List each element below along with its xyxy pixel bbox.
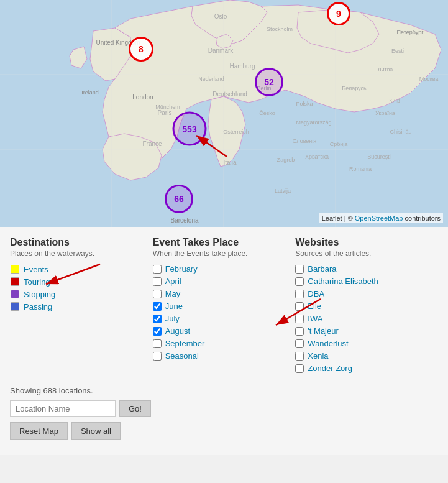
check-may[interactable]: May xyxy=(153,289,290,298)
check-august[interactable]: August xyxy=(153,326,290,336)
svg-text:Словенія: Словенія xyxy=(293,138,317,144)
cluster-marker-553[interactable]: 553 xyxy=(173,112,207,146)
label-june[interactable]: June xyxy=(165,301,183,311)
check-zonder-zorg[interactable]: Zonder Zorg xyxy=(295,364,432,373)
svg-text:Ireland: Ireland xyxy=(81,90,99,96)
reset-map-button[interactable]: Reset Map xyxy=(10,422,68,440)
svg-text:Italia: Italia xyxy=(223,159,237,166)
events-link[interactable]: Events xyxy=(24,265,48,274)
check-seasonal[interactable]: Seasonal xyxy=(153,351,290,361)
check-june[interactable]: June xyxy=(153,301,290,311)
check-catharina[interactable]: Catharina Elisabeth xyxy=(295,277,432,286)
checkbox-elle[interactable] xyxy=(295,302,304,311)
label-majeur[interactable]: 't Majeur xyxy=(308,326,338,336)
svg-text:Oslo: Oslo xyxy=(214,13,227,20)
label-seasonal[interactable]: Seasonal xyxy=(165,351,199,361)
location-name-input[interactable] xyxy=(10,400,116,417)
websites-column: Websites Sources of the articles. Barbar… xyxy=(295,237,438,376)
legend-item-passing[interactable]: Passing xyxy=(10,301,147,311)
check-july[interactable]: July xyxy=(153,314,290,323)
passing-link[interactable]: Passing xyxy=(24,302,52,311)
checkbox-catharina[interactable] xyxy=(295,277,304,286)
check-february[interactable]: February xyxy=(153,264,290,274)
svg-text:Danmark: Danmark xyxy=(208,47,234,54)
label-barbara[interactable]: Barbara xyxy=(308,264,336,274)
label-wanderlust[interactable]: Wanderlust xyxy=(308,339,348,348)
checkbox-june[interactable] xyxy=(153,302,162,311)
label-may[interactable]: May xyxy=(165,289,181,298)
check-september[interactable]: September xyxy=(153,339,290,348)
touring-link[interactable]: Touring xyxy=(24,277,50,287)
svg-text:Münchem: Münchem xyxy=(155,104,180,110)
checkbox-seasonal[interactable] xyxy=(153,352,162,361)
check-wanderlust[interactable]: Wanderlust xyxy=(295,339,432,348)
show-all-button[interactable]: Show all xyxy=(71,422,121,440)
svg-text:Magyarország: Magyarország xyxy=(296,119,331,126)
destinations-subtitle: Places on the waterways. xyxy=(10,249,147,258)
check-elle[interactable]: Elle xyxy=(295,301,432,311)
check-iwa[interactable]: IWA xyxy=(295,314,432,323)
label-xenia[interactable]: Xenia xyxy=(308,351,328,361)
label-september[interactable]: September xyxy=(165,339,205,348)
legend-item-touring[interactable]: Touring xyxy=(10,277,147,287)
checkbox-april[interactable] xyxy=(153,277,162,286)
svg-text:Polska: Polska xyxy=(296,101,313,107)
svg-text:Česko: Česko xyxy=(259,110,275,116)
check-xenia[interactable]: Xenia xyxy=(295,351,432,361)
cluster-marker-9[interactable]: 9 xyxy=(327,2,350,25)
label-catharina[interactable]: Catharina Elisabeth xyxy=(308,277,378,286)
svg-text:Latvija: Latvija xyxy=(275,188,291,194)
svg-text:Zagreb: Zagreb xyxy=(277,157,295,163)
cluster-marker-66[interactable]: 66 xyxy=(165,185,193,213)
checkbox-august[interactable] xyxy=(153,327,162,336)
passing-color-icon xyxy=(10,301,20,311)
checkbox-majeur[interactable] xyxy=(295,327,304,336)
bottom-panel: Destinations Places on the waterways. Ev… xyxy=(0,227,448,455)
cluster-marker-8[interactable]: 8 xyxy=(129,37,153,62)
stopping-link[interactable]: Stopping xyxy=(24,290,55,299)
event-takes-place-title: Event Takes Place xyxy=(153,237,290,248)
checkbox-july[interactable] xyxy=(153,315,162,323)
label-february[interactable]: February xyxy=(165,264,198,274)
cluster-marker-52[interactable]: 52 xyxy=(255,68,283,96)
svg-text:Литва: Литва xyxy=(378,67,393,73)
label-april[interactable]: April xyxy=(165,277,181,286)
checkbox-xenia[interactable] xyxy=(295,352,304,361)
svg-text:Stockholm: Stockholm xyxy=(267,26,293,32)
showing-locations-text: Showing 688 locations. xyxy=(10,386,438,395)
check-dba[interactable]: DBA xyxy=(295,289,432,298)
check-majeur[interactable]: 't Majeur xyxy=(295,326,432,336)
map-container[interactable]: United Kingdom Ireland London Paris Fran… xyxy=(0,0,448,227)
checkbox-september[interactable] xyxy=(153,339,162,348)
svg-text:Eesti: Eesti xyxy=(391,48,404,54)
check-barbara[interactable]: Barbara xyxy=(295,264,432,274)
svg-text:Србија: Србија xyxy=(330,141,348,147)
legend-item-events[interactable]: Events xyxy=(10,264,147,274)
go-button[interactable]: Go! xyxy=(119,400,151,417)
label-dba[interactable]: DBA xyxy=(308,289,324,298)
legend-item-stopping[interactable]: Stopping xyxy=(10,289,147,299)
checkbox-dba[interactable] xyxy=(295,290,304,298)
label-august[interactable]: August xyxy=(165,326,190,336)
label-iwa[interactable]: IWA xyxy=(308,314,322,323)
event-takes-place-subtitle: When the Events take place. xyxy=(153,249,290,258)
label-zonder-zorg[interactable]: Zonder Zorg xyxy=(308,364,352,373)
checkbox-may[interactable] xyxy=(153,290,162,298)
svg-text:Deutschland: Deutschland xyxy=(213,91,247,98)
svg-text:Київ: Київ xyxy=(389,98,400,104)
svg-text:Москва: Москва xyxy=(419,76,439,82)
label-elle[interactable]: Elle xyxy=(308,301,321,311)
checkbox-february[interactable] xyxy=(153,265,162,274)
event-takes-place-column: Event Takes Place When the Events take p… xyxy=(153,237,296,376)
svg-text:Barcelona: Barcelona xyxy=(170,217,198,224)
svg-text:Paris: Paris xyxy=(158,109,172,116)
checkbox-wanderlust[interactable] xyxy=(295,339,304,348)
svg-text:București: București xyxy=(367,154,391,160)
websites-subtitle: Sources of the articles. xyxy=(295,249,432,258)
checkbox-zonder-zorg[interactable] xyxy=(295,364,304,373)
checkbox-barbara[interactable] xyxy=(295,265,304,274)
check-april[interactable]: April xyxy=(153,277,290,286)
osm-link[interactable]: OpenStreetMap xyxy=(355,214,403,222)
checkbox-iwa[interactable] xyxy=(295,315,304,323)
label-july[interactable]: July xyxy=(165,314,180,323)
